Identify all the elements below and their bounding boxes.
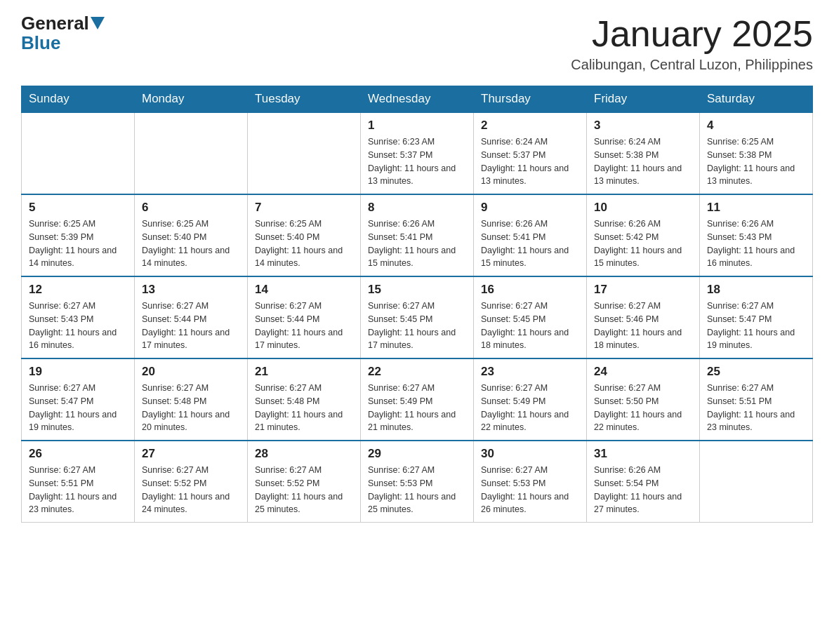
calendar-cell: 31Sunrise: 6:26 AMSunset: 5:54 PMDayligh… xyxy=(587,441,700,523)
calendar-cell: 28Sunrise: 6:27 AMSunset: 5:52 PMDayligh… xyxy=(248,441,361,523)
day-info: Sunrise: 6:27 AMSunset: 5:46 PMDaylight:… xyxy=(594,300,692,352)
logo: General Blue xyxy=(21,14,106,54)
day-number: 17 xyxy=(594,283,692,297)
week-row-4: 19Sunrise: 6:27 AMSunset: 5:47 PMDayligh… xyxy=(22,358,813,441)
day-number: 31 xyxy=(594,447,692,461)
day-number: 30 xyxy=(481,447,579,461)
day-number: 15 xyxy=(368,283,466,297)
page-header: General Blue January 2025 Calibungan, Ce… xyxy=(21,14,813,73)
day-number: 19 xyxy=(29,365,127,379)
header-wednesday: Wednesday xyxy=(361,86,474,113)
header-thursday: Thursday xyxy=(474,86,587,113)
calendar-cell xyxy=(700,441,813,523)
calendar-cell xyxy=(248,112,361,194)
day-info: Sunrise: 6:23 AMSunset: 5:37 PMDaylight:… xyxy=(368,135,466,188)
day-info: Sunrise: 6:27 AMSunset: 5:53 PMDaylight:… xyxy=(481,464,579,516)
calendar-cell: 30Sunrise: 6:27 AMSunset: 5:53 PMDayligh… xyxy=(474,441,587,523)
week-row-5: 26Sunrise: 6:27 AMSunset: 5:51 PMDayligh… xyxy=(22,441,813,523)
week-row-1: 1Sunrise: 6:23 AMSunset: 5:37 PMDaylight… xyxy=(22,112,813,194)
calendar-cell: 5Sunrise: 6:25 AMSunset: 5:39 PMDaylight… xyxy=(22,194,135,276)
day-info: Sunrise: 6:27 AMSunset: 5:48 PMDaylight:… xyxy=(142,382,240,434)
day-number: 27 xyxy=(142,447,240,461)
day-info: Sunrise: 6:27 AMSunset: 5:45 PMDaylight:… xyxy=(481,300,579,352)
header-row: SundayMondayTuesdayWednesdayThursdayFrid… xyxy=(22,86,813,113)
day-info: Sunrise: 6:26 AMSunset: 5:41 PMDaylight:… xyxy=(481,217,579,270)
calendar-cell xyxy=(135,112,248,194)
calendar-cell: 9Sunrise: 6:26 AMSunset: 5:41 PMDaylight… xyxy=(474,194,587,276)
day-info: Sunrise: 6:27 AMSunset: 5:49 PMDaylight:… xyxy=(368,382,466,434)
day-info: Sunrise: 6:26 AMSunset: 5:54 PMDaylight:… xyxy=(594,464,692,516)
calendar-cell: 29Sunrise: 6:27 AMSunset: 5:53 PMDayligh… xyxy=(361,441,474,523)
logo-general-text: General xyxy=(21,14,89,32)
day-number: 8 xyxy=(368,201,466,215)
calendar-cell: 17Sunrise: 6:27 AMSunset: 5:46 PMDayligh… xyxy=(587,276,700,358)
day-number: 2 xyxy=(481,119,579,133)
day-info: Sunrise: 6:24 AMSunset: 5:37 PMDaylight:… xyxy=(481,135,579,188)
header-monday: Monday xyxy=(135,86,248,113)
day-number: 26 xyxy=(29,447,127,461)
day-info: Sunrise: 6:25 AMSunset: 5:38 PMDaylight:… xyxy=(707,135,805,188)
calendar-cell: 19Sunrise: 6:27 AMSunset: 5:47 PMDayligh… xyxy=(22,358,135,441)
day-number: 14 xyxy=(255,283,353,297)
calendar-cell: 13Sunrise: 6:27 AMSunset: 5:44 PMDayligh… xyxy=(135,276,248,358)
calendar-cell: 26Sunrise: 6:27 AMSunset: 5:51 PMDayligh… xyxy=(22,441,135,523)
day-info: Sunrise: 6:26 AMSunset: 5:41 PMDaylight:… xyxy=(368,217,466,270)
day-info: Sunrise: 6:24 AMSunset: 5:38 PMDaylight:… xyxy=(594,135,692,188)
day-info: Sunrise: 6:27 AMSunset: 5:51 PMDaylight:… xyxy=(707,382,805,434)
day-number: 4 xyxy=(707,119,805,133)
day-number: 18 xyxy=(707,283,805,297)
calendar-cell: 24Sunrise: 6:27 AMSunset: 5:50 PMDayligh… xyxy=(587,358,700,441)
day-info: Sunrise: 6:27 AMSunset: 5:44 PMDaylight:… xyxy=(142,300,240,352)
calendar-cell: 6Sunrise: 6:25 AMSunset: 5:40 PMDaylight… xyxy=(135,194,248,276)
day-info: Sunrise: 6:25 AMSunset: 5:40 PMDaylight:… xyxy=(255,217,353,270)
day-number: 20 xyxy=(142,365,240,379)
day-info: Sunrise: 6:27 AMSunset: 5:51 PMDaylight:… xyxy=(29,464,127,516)
day-number: 5 xyxy=(29,201,127,215)
subtitle: Calibungan, Central Luzon, Philippines xyxy=(571,57,813,73)
calendar-cell: 14Sunrise: 6:27 AMSunset: 5:44 PMDayligh… xyxy=(248,276,361,358)
calendar-cell: 18Sunrise: 6:27 AMSunset: 5:47 PMDayligh… xyxy=(700,276,813,358)
day-number: 11 xyxy=(707,201,805,215)
day-info: Sunrise: 6:27 AMSunset: 5:52 PMDaylight:… xyxy=(142,464,240,516)
day-number: 7 xyxy=(255,201,353,215)
day-number: 22 xyxy=(368,365,466,379)
logo-blue-text: Blue xyxy=(21,32,60,54)
day-info: Sunrise: 6:27 AMSunset: 5:48 PMDaylight:… xyxy=(255,382,353,434)
day-info: Sunrise: 6:27 AMSunset: 5:47 PMDaylight:… xyxy=(707,300,805,352)
title-block: January 2025 Calibungan, Central Luzon, … xyxy=(571,14,813,73)
calendar-cell: 8Sunrise: 6:26 AMSunset: 5:41 PMDaylight… xyxy=(361,194,474,276)
day-number: 1 xyxy=(368,119,466,133)
day-info: Sunrise: 6:25 AMSunset: 5:40 PMDaylight:… xyxy=(142,217,240,270)
calendar-cell: 21Sunrise: 6:27 AMSunset: 5:48 PMDayligh… xyxy=(248,358,361,441)
week-row-3: 12Sunrise: 6:27 AMSunset: 5:43 PMDayligh… xyxy=(22,276,813,358)
day-info: Sunrise: 6:27 AMSunset: 5:47 PMDaylight:… xyxy=(29,382,127,434)
calendar-cell: 1Sunrise: 6:23 AMSunset: 5:37 PMDaylight… xyxy=(361,112,474,194)
header-tuesday: Tuesday xyxy=(248,86,361,113)
day-info: Sunrise: 6:27 AMSunset: 5:44 PMDaylight:… xyxy=(255,300,353,352)
day-number: 23 xyxy=(481,365,579,379)
calendar-table: SundayMondayTuesdayWednesdayThursdayFrid… xyxy=(21,86,813,523)
header-friday: Friday xyxy=(587,86,700,113)
day-info: Sunrise: 6:27 AMSunset: 5:50 PMDaylight:… xyxy=(594,382,692,434)
calendar-cell: 3Sunrise: 6:24 AMSunset: 5:38 PMDaylight… xyxy=(587,112,700,194)
day-number: 29 xyxy=(368,447,466,461)
calendar-cell: 22Sunrise: 6:27 AMSunset: 5:49 PMDayligh… xyxy=(361,358,474,441)
calendar-cell: 23Sunrise: 6:27 AMSunset: 5:49 PMDayligh… xyxy=(474,358,587,441)
calendar-cell xyxy=(22,112,135,194)
calendar-cell: 2Sunrise: 6:24 AMSunset: 5:37 PMDaylight… xyxy=(474,112,587,194)
week-row-2: 5Sunrise: 6:25 AMSunset: 5:39 PMDaylight… xyxy=(22,194,813,276)
day-info: Sunrise: 6:26 AMSunset: 5:43 PMDaylight:… xyxy=(707,217,805,270)
calendar-cell: 27Sunrise: 6:27 AMSunset: 5:52 PMDayligh… xyxy=(135,441,248,523)
day-number: 24 xyxy=(594,365,692,379)
main-title: January 2025 xyxy=(571,14,813,54)
day-number: 6 xyxy=(142,201,240,215)
day-number: 28 xyxy=(255,447,353,461)
calendar-cell: 16Sunrise: 6:27 AMSunset: 5:45 PMDayligh… xyxy=(474,276,587,358)
day-info: Sunrise: 6:26 AMSunset: 5:42 PMDaylight:… xyxy=(594,217,692,270)
day-number: 12 xyxy=(29,283,127,297)
calendar-cell: 11Sunrise: 6:26 AMSunset: 5:43 PMDayligh… xyxy=(700,194,813,276)
day-number: 16 xyxy=(481,283,579,297)
day-info: Sunrise: 6:25 AMSunset: 5:39 PMDaylight:… xyxy=(29,217,127,270)
day-info: Sunrise: 6:27 AMSunset: 5:53 PMDaylight:… xyxy=(368,464,466,516)
day-info: Sunrise: 6:27 AMSunset: 5:52 PMDaylight:… xyxy=(255,464,353,516)
